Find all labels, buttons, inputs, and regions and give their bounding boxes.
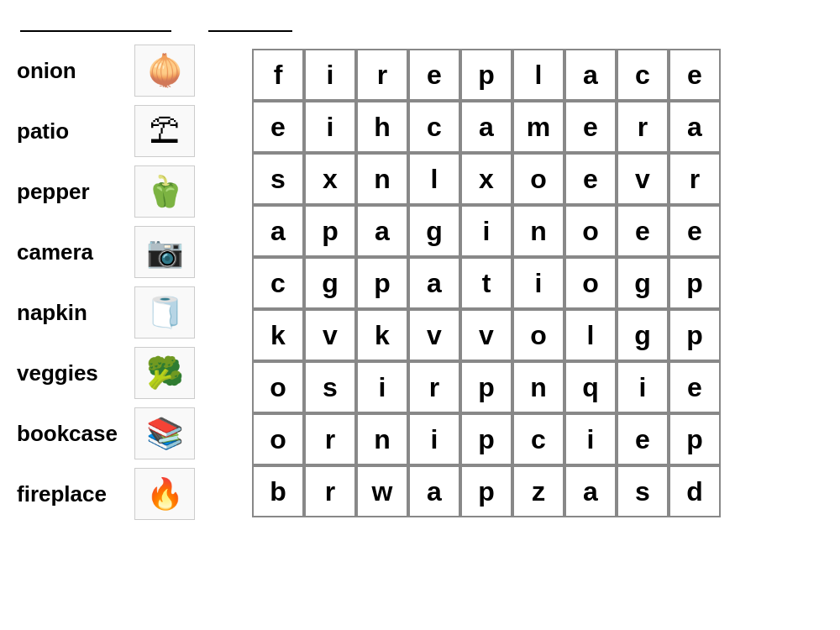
grid-cell-6-3[interactable]: r <box>408 361 460 413</box>
word-image-camera: 📷 <box>134 226 195 278</box>
word-image-onion: 🧅 <box>134 45 195 97</box>
grid-cell-2-7[interactable]: v <box>617 153 669 205</box>
word-item-veggies: veggies🥦 <box>17 343 235 403</box>
grid-cell-5-1[interactable]: v <box>304 309 356 361</box>
word-label-bookcase: bookcase <box>17 421 126 447</box>
word-item-camera: camera📷 <box>17 222 235 282</box>
grid-cell-8-0[interactable]: b <box>252 465 304 517</box>
word-label-napkin: napkin <box>17 300 126 326</box>
grid-cell-2-6[interactable]: e <box>564 153 617 205</box>
grid-cell-2-2[interactable]: n <box>356 153 408 205</box>
grid-cell-1-6[interactable]: e <box>564 101 617 153</box>
grid-cell-6-2[interactable]: i <box>356 361 408 413</box>
grid-cell-3-5[interactable]: n <box>512 205 564 257</box>
grid-cell-1-2[interactable]: h <box>356 101 408 153</box>
grid-cell-6-6[interactable]: q <box>564 361 617 413</box>
grid-cell-7-8[interactable]: p <box>669 413 721 465</box>
grid-cell-0-2[interactable]: r <box>356 49 408 101</box>
grid-cell-0-4[interactable]: p <box>460 49 512 101</box>
date-line <box>208 15 292 32</box>
grid-cell-8-4[interactable]: p <box>460 465 512 517</box>
grid-cell-5-4[interactable]: v <box>460 309 512 361</box>
grid-cell-5-7[interactable]: g <box>617 309 669 361</box>
grid-cell-1-4[interactable]: a <box>460 101 512 153</box>
grid-cell-2-0[interactable]: s <box>252 153 304 205</box>
grid-cell-7-6[interactable]: i <box>564 413 617 465</box>
word-item-napkin: napkin🧻 <box>17 282 235 343</box>
grid-cell-3-8[interactable]: e <box>669 205 721 257</box>
grid-cell-8-7[interactable]: s <box>617 465 669 517</box>
grid-cell-2-1[interactable]: x <box>304 153 356 205</box>
grid-cell-8-8[interactable]: d <box>669 465 721 517</box>
grid-cell-7-5[interactable]: c <box>512 413 564 465</box>
word-item-fireplace: fireplace🔥 <box>17 464 235 524</box>
word-image-pepper: 🫑 <box>134 165 195 218</box>
word-image-bookcase: 📚 <box>134 407 195 459</box>
grid-cell-2-4[interactable]: x <box>460 153 512 205</box>
grid-cell-0-6[interactable]: a <box>564 49 617 101</box>
grid-cell-2-5[interactable]: o <box>512 153 564 205</box>
grid-cell-6-4[interactable]: p <box>460 361 512 413</box>
grid-cell-1-8[interactable]: a <box>669 101 721 153</box>
grid-cell-0-1[interactable]: i <box>304 49 356 101</box>
word-image-napkin: 🧻 <box>134 286 195 339</box>
grid-cell-3-6[interactable]: o <box>564 205 617 257</box>
word-label-patio: patio <box>17 118 126 144</box>
grid-cell-8-2[interactable]: w <box>356 465 408 517</box>
grid-cell-4-6[interactable]: o <box>564 257 617 309</box>
word-item-pepper: pepper🫑 <box>17 161 235 222</box>
grid-cell-7-0[interactable]: o <box>252 413 304 465</box>
grid-cell-1-0[interactable]: e <box>252 101 304 153</box>
grid-cell-7-1[interactable]: r <box>304 413 356 465</box>
grid-cell-1-7[interactable]: r <box>617 101 669 153</box>
grid-cell-7-2[interactable]: n <box>356 413 408 465</box>
grid-cell-7-3[interactable]: i <box>408 413 460 465</box>
grid-cell-4-1[interactable]: g <box>304 257 356 309</box>
grid-cell-4-5[interactable]: i <box>512 257 564 309</box>
grid-cell-8-1[interactable]: r <box>304 465 356 517</box>
grid-cell-4-7[interactable]: g <box>617 257 669 309</box>
word-image-patio: ⛱ <box>134 105 195 157</box>
grid-cell-2-3[interactable]: l <box>408 153 460 205</box>
grid-cell-3-2[interactable]: a <box>356 205 408 257</box>
grid-cell-2-8[interactable]: r <box>669 153 721 205</box>
grid-cell-6-1[interactable]: s <box>304 361 356 413</box>
grid-cell-4-2[interactable]: p <box>356 257 408 309</box>
grid-cell-1-3[interactable]: c <box>408 101 460 153</box>
grid-cell-8-6[interactable]: a <box>564 465 617 517</box>
grid-cell-1-5[interactable]: m <box>512 101 564 153</box>
word-item-patio: patio⛱ <box>17 101 235 161</box>
grid-cell-5-5[interactable]: o <box>512 309 564 361</box>
grid-cell-4-4[interactable]: t <box>460 257 512 309</box>
word-label-pepper: pepper <box>17 179 126 205</box>
grid-cell-3-4[interactable]: i <box>460 205 512 257</box>
grid-cell-0-3[interactable]: e <box>408 49 460 101</box>
grid-cell-0-8[interactable]: e <box>669 49 721 101</box>
grid-cell-5-0[interactable]: k <box>252 309 304 361</box>
grid-cell-4-3[interactable]: a <box>408 257 460 309</box>
grid-cell-7-7[interactable]: e <box>617 413 669 465</box>
word-image-veggies: 🥦 <box>134 347 195 399</box>
grid-cell-0-0[interactable]: f <box>252 49 304 101</box>
grid-cell-7-4[interactable]: p <box>460 413 512 465</box>
grid-cell-4-0[interactable]: c <box>252 257 304 309</box>
grid-cell-0-5[interactable]: l <box>512 49 564 101</box>
grid-cell-8-5[interactable]: z <box>512 465 564 517</box>
grid-cell-5-2[interactable]: k <box>356 309 408 361</box>
name-field <box>17 15 171 32</box>
grid-cell-6-8[interactable]: e <box>669 361 721 413</box>
grid-cell-6-5[interactable]: n <box>512 361 564 413</box>
grid-cell-5-3[interactable]: v <box>408 309 460 361</box>
grid-cell-5-8[interactable]: p <box>669 309 721 361</box>
grid-cell-3-7[interactable]: e <box>617 205 669 257</box>
grid-cell-5-6[interactable]: l <box>564 309 617 361</box>
grid-cell-3-3[interactable]: g <box>408 205 460 257</box>
grid-cell-3-0[interactable]: a <box>252 205 304 257</box>
grid-cell-1-1[interactable]: i <box>304 101 356 153</box>
grid-cell-4-8[interactable]: p <box>669 257 721 309</box>
grid-cell-6-7[interactable]: i <box>617 361 669 413</box>
grid-cell-0-7[interactable]: c <box>617 49 669 101</box>
grid-cell-8-3[interactable]: a <box>408 465 460 517</box>
grid-cell-6-0[interactable]: o <box>252 361 304 413</box>
grid-cell-3-1[interactable]: p <box>304 205 356 257</box>
